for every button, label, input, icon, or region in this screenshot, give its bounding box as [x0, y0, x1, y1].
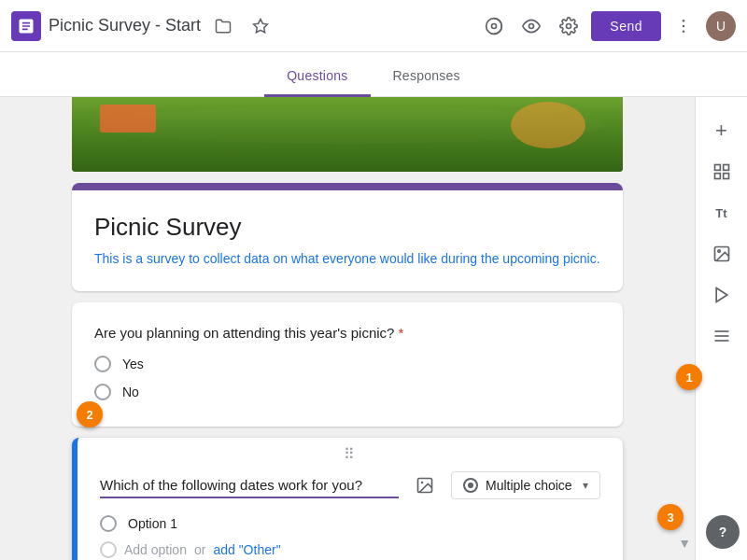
option-no-label: No	[122, 385, 139, 399]
option-no[interactable]: No	[94, 384, 600, 400]
svg-point-2	[492, 23, 497, 28]
svg-point-9	[421, 482, 424, 484]
tab-responses[interactable]: Responses	[371, 57, 483, 97]
question-2-card: ⠿ Multiple choice ▾	[72, 438, 623, 560]
preview-icon[interactable]	[516, 11, 546, 41]
app-icon	[11, 11, 41, 41]
star-icon[interactable]	[246, 11, 275, 41]
folder-icon[interactable]	[208, 11, 238, 41]
header: Picnic Survey - Start Send U	[0, 0, 747, 52]
type-selector-dot	[468, 483, 473, 488]
question-1-text: Are you planning on attending this year'…	[94, 325, 600, 341]
add-other-button[interactable]: add "Other"	[213, 542, 280, 557]
add-option-row: Add option or add "Other"	[100, 541, 600, 558]
more-menu-icon[interactable]	[669, 11, 698, 41]
drag-handle[interactable]: ⠿	[78, 438, 623, 467]
svg-marker-0	[254, 19, 268, 32]
question-2-inner: Multiple choice ▾ Option 1 Add option or…	[78, 467, 623, 560]
type-selector-circle-icon	[463, 478, 478, 493]
badge-3: 3	[657, 504, 684, 530]
option-1-row: Option 1	[100, 515, 600, 532]
radio-option-1	[100, 515, 117, 532]
svg-rect-15	[723, 165, 728, 171]
svg-rect-16	[714, 174, 720, 179]
hero-image	[72, 97, 623, 172]
main-area: Picnic Survey This is a survey to collec…	[0, 97, 747, 560]
svg-point-4	[567, 23, 571, 28]
import-questions-button[interactable]	[703, 153, 740, 190]
tab-questions[interactable]: Questions	[264, 57, 370, 97]
avatar[interactable]: U	[706, 11, 736, 41]
survey-description: This is a survey to collect data on what…	[94, 249, 600, 269]
svg-rect-14	[714, 165, 720, 171]
option-1-label: Option 1	[128, 516, 177, 531]
or-separator: or	[194, 542, 205, 557]
scroll-down-arrow: ▼	[678, 536, 691, 551]
badge-2: 2	[77, 401, 103, 427]
type-label: Multiple choice	[486, 478, 575, 493]
survey-title-card: Picnic Survey This is a survey to collec…	[72, 183, 623, 291]
badge-1: 1	[676, 364, 702, 390]
svg-marker-20	[716, 288, 727, 302]
question-1-inner: Are you planning on attending this year'…	[72, 302, 623, 427]
add-image-button[interactable]	[703, 235, 740, 273]
add-section-button[interactable]	[703, 317, 740, 355]
svg-point-5	[683, 19, 685, 21]
option-yes-label: Yes	[122, 357, 144, 371]
add-question-button[interactable]: +	[703, 112, 740, 149]
svg-point-7	[683, 30, 685, 33]
svg-point-6	[683, 24, 685, 27]
question-type-selector[interactable]: Multiple choice ▾	[451, 471, 600, 499]
question-2-input[interactable]	[100, 473, 399, 498]
svg-point-3	[529, 23, 534, 28]
svg-point-19	[717, 250, 720, 253]
tabs-bar: Questions Responses	[0, 52, 747, 97]
page-title: Picnic Survey - Start	[49, 16, 201, 35]
required-star-1: *	[398, 325, 403, 341]
header-left: Picnic Survey - Start	[11, 11, 479, 41]
option-yes[interactable]: Yes	[94, 356, 600, 372]
help-button[interactable]: ?	[706, 515, 740, 549]
content-area: Picnic Survey This is a survey to collec…	[0, 97, 695, 560]
dropdown-arrow-icon: ▾	[583, 479, 588, 492]
add-title-button[interactable]: Tt	[703, 194, 740, 231]
radio-no[interactable]	[94, 384, 111, 400]
question-1-card: Are you planning on attending this year'…	[72, 302, 623, 427]
settings-icon[interactable]	[554, 11, 584, 41]
add-video-button[interactable]	[703, 276, 740, 314]
send-button[interactable]: Send	[591, 11, 661, 41]
svg-rect-17	[723, 174, 728, 179]
survey-title: Picnic Survey	[94, 213, 600, 242]
palette-icon[interactable]	[479, 11, 509, 41]
radio-add-option	[100, 541, 117, 558]
question-2-input-row: Multiple choice ▾	[100, 470, 600, 500]
radio-yes[interactable]	[94, 356, 111, 372]
add-option-button[interactable]: Add option	[124, 542, 187, 557]
header-right: Send U	[479, 11, 736, 41]
add-image-to-question-icon[interactable]	[410, 470, 440, 500]
right-sidebar: + Tt	[695, 97, 747, 560]
